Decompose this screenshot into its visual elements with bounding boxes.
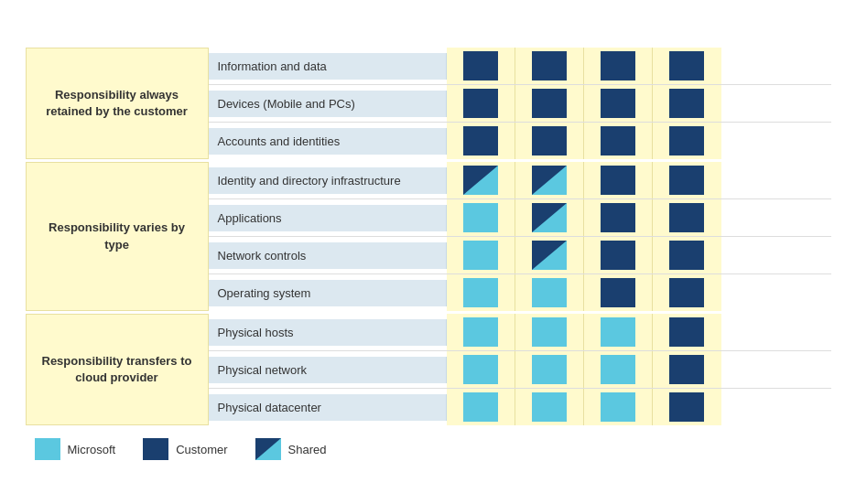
section-transfers-to-provider: Responsibility transfers to cloud provid… xyxy=(26,314,831,425)
row-name: Identity and directory infrastructure xyxy=(209,167,447,194)
cell xyxy=(653,123,721,159)
cell-box-microsoft xyxy=(601,392,635,422)
cell xyxy=(584,123,653,159)
cell-box-customer xyxy=(532,51,567,80)
chart-container: Responsibility always retained by the cu… xyxy=(16,35,840,469)
cell-box-microsoft xyxy=(601,355,635,384)
row-name: Physical network xyxy=(209,357,447,383)
legend-item-microsoft: Microsoft xyxy=(35,438,116,460)
cell xyxy=(653,85,721,122)
cell-box-customer xyxy=(669,89,704,118)
data-row: Information and data xyxy=(209,48,831,85)
cell xyxy=(584,85,653,122)
cell xyxy=(653,314,721,350)
row-cells xyxy=(447,199,721,236)
cell xyxy=(653,351,721,388)
cell-box-customer xyxy=(601,89,635,118)
cell xyxy=(447,351,515,388)
row-name: Operating system xyxy=(209,280,447,306)
data-row: Physical network xyxy=(209,351,831,389)
cell-box-customer xyxy=(601,241,635,270)
row-cells xyxy=(447,237,721,273)
cell xyxy=(653,274,721,311)
cell-box-customer xyxy=(669,166,704,195)
cell-box-shared xyxy=(532,203,567,232)
rows-wrapper-transfers-to-provider: Physical hostsPhysical networkPhysical d… xyxy=(209,314,831,425)
cell xyxy=(515,48,584,84)
cell xyxy=(447,237,515,273)
legend: MicrosoftCustomerShared xyxy=(26,438,831,460)
section-label-transfers-to-provider: Responsibility transfers to cloud provid… xyxy=(26,314,209,425)
row-cells xyxy=(447,123,721,159)
cell xyxy=(515,351,584,388)
cell xyxy=(584,274,653,311)
section-label-wrapper-always-retained: Responsibility always retained by the cu… xyxy=(26,48,209,159)
cell xyxy=(447,199,515,236)
main-table: Responsibility always retained by the cu… xyxy=(26,44,831,425)
cell xyxy=(515,199,584,236)
row-name: Physical datacenter xyxy=(209,394,447,421)
legend-label-customer: Customer xyxy=(176,443,227,456)
cell xyxy=(653,199,721,236)
row-name: Network controls xyxy=(209,242,447,269)
row-cells xyxy=(447,48,721,84)
cell-box-customer xyxy=(669,51,704,80)
cell-box-customer xyxy=(669,203,704,232)
cell-box-customer xyxy=(601,278,635,307)
cell xyxy=(584,237,653,273)
rows-wrapper-always-retained: Information and dataDevices (Mobile and … xyxy=(209,48,831,159)
row-name: Accounts and identities xyxy=(209,128,447,155)
legend-item-shared: Shared xyxy=(255,438,327,460)
row-cells xyxy=(447,351,721,388)
section-varies-by-type: Responsibility varies by typeIdentity an… xyxy=(26,162,831,311)
row-name: Information and data xyxy=(209,53,447,80)
cell-box-customer xyxy=(669,278,704,307)
cell-box-shared xyxy=(463,166,498,195)
cell-box-customer xyxy=(601,51,635,80)
cell-box-customer xyxy=(601,126,635,155)
legend-label-microsoft: Microsoft xyxy=(68,443,116,456)
cell-box-microsoft xyxy=(532,355,567,384)
cell-box-shared xyxy=(532,241,567,270)
cell-box-microsoft xyxy=(463,392,498,422)
sections-container: Responsibility always retained by the cu… xyxy=(26,48,831,425)
section-always-retained: Responsibility always retained by the cu… xyxy=(26,48,831,159)
cell-box-customer xyxy=(463,51,498,80)
section-label-wrapper-varies-by-type: Responsibility varies by type xyxy=(26,162,209,311)
cell-box-customer xyxy=(601,166,635,195)
cell xyxy=(515,85,584,122)
cell xyxy=(515,389,584,425)
cell-box-customer xyxy=(463,126,498,155)
cell-box-microsoft xyxy=(463,278,498,307)
cell xyxy=(653,237,721,273)
cell xyxy=(447,389,515,425)
row-cells xyxy=(447,314,721,350)
cell-box-microsoft xyxy=(532,392,567,422)
row-name: Physical hosts xyxy=(209,319,447,346)
cell xyxy=(447,85,515,122)
cell-box-customer xyxy=(532,126,567,155)
cell-box-customer xyxy=(669,241,704,270)
section-label-always-retained: Responsibility always retained by the cu… xyxy=(26,48,209,159)
data-row: Network controls xyxy=(209,237,831,274)
cell-box-customer xyxy=(669,392,704,422)
cell-box-customer xyxy=(669,317,704,347)
cell xyxy=(515,123,584,159)
cell xyxy=(515,274,584,311)
row-cells xyxy=(447,162,721,198)
cell xyxy=(653,48,721,84)
legend-label-shared: Shared xyxy=(288,443,327,456)
data-row: Physical datacenter xyxy=(209,389,831,425)
cell xyxy=(447,123,515,159)
cell xyxy=(447,48,515,84)
row-name: Applications xyxy=(209,205,447,231)
cell xyxy=(584,389,653,425)
section-label-wrapper-transfers-to-provider: Responsibility transfers to cloud provid… xyxy=(26,314,209,425)
cell xyxy=(447,274,515,311)
data-row: Devices (Mobile and PCs) xyxy=(209,85,831,123)
data-row: Physical hosts xyxy=(209,314,831,351)
row-name: Devices (Mobile and PCs) xyxy=(209,91,447,117)
cell-box-customer xyxy=(532,89,567,118)
cell xyxy=(584,48,653,84)
cell-box-microsoft xyxy=(463,317,498,347)
